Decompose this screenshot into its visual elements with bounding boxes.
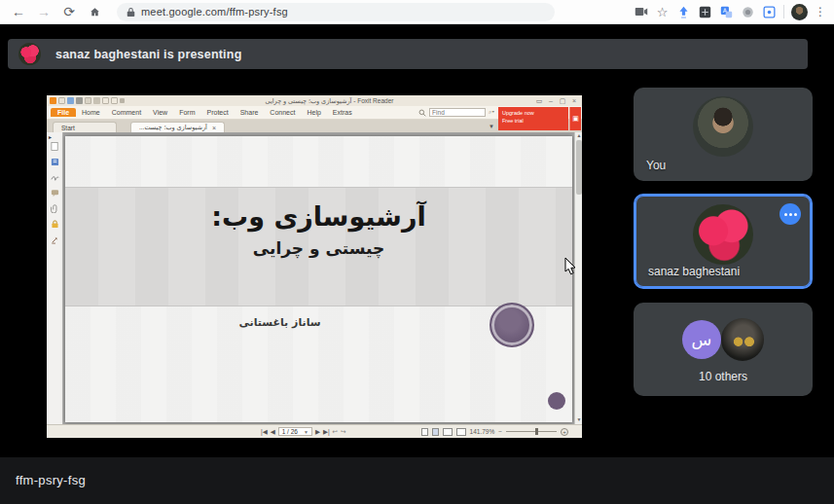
participant-tile-presenter[interactable]: sanaz baghestani [634, 194, 813, 289]
signature-panel-icon[interactable] [51, 173, 59, 182]
home-icon[interactable] [84, 2, 105, 21]
comments-panel-icon[interactable] [51, 189, 59, 198]
zoom-slider[interactable] [506, 431, 557, 432]
email-icon[interactable] [85, 97, 91, 104]
foxit-menubar: File Home Comment View Form Protect Shar… [47, 106, 582, 120]
menu-share[interactable]: Share [235, 109, 265, 116]
participant-tile-you[interactable]: You [634, 88, 813, 181]
open-icon[interactable] [58, 97, 65, 104]
lock-icon [127, 7, 135, 18]
presenter-avatar [18, 43, 41, 65]
find-input[interactable] [429, 108, 486, 117]
security-panel-icon[interactable] [51, 220, 59, 229]
pages-panel-icon[interactable] [51, 142, 59, 151]
menu-extras[interactable]: Extras [327, 109, 358, 116]
extension-arrow-icon[interactable] [676, 5, 691, 19]
zoom-in-icon[interactable]: + [561, 428, 568, 436]
slide-title: آرشیوسازی وب: [211, 201, 425, 232]
search-icon [418, 109, 426, 117]
next-view-icon[interactable]: ↪ [341, 428, 345, 436]
zoom-slider-knob[interactable] [535, 428, 538, 435]
extension-box-icon[interactable] [762, 5, 777, 19]
foxit-close-icon[interactable]: × [569, 97, 579, 104]
menu-comment[interactable]: Comment [106, 109, 147, 116]
scrollbar-thumb[interactable] [576, 140, 582, 195]
tab-document[interactable]: آرشیوسازی وب؛ چیست... × [130, 122, 225, 132]
participant-name: You [646, 159, 666, 172]
scroll-up-icon[interactable]: ▲ [575, 132, 582, 140]
avatar-letter: س [682, 320, 721, 359]
bookmarks-panel-icon[interactable] [51, 158, 59, 166]
menu-file[interactable]: File [51, 108, 76, 117]
menu-view[interactable]: View [147, 109, 173, 116]
browser-menu-icon[interactable]: ⋮ [815, 2, 826, 21]
browser-profile-avatar[interactable] [791, 4, 808, 20]
translate-icon[interactable]: A [719, 5, 734, 19]
menu-protect[interactable]: Protect [200, 109, 234, 116]
foxit-restore-icon[interactable]: ▭ [534, 97, 544, 105]
promo-gift-icon[interactable]: ▣ [569, 107, 581, 130]
page-number-text: 1 / 26 [282, 428, 298, 435]
zoom-out-icon[interactable]: − [498, 428, 502, 435]
undo-icon[interactable] [102, 97, 109, 104]
foxit-minimize-icon[interactable]: – [546, 97, 556, 104]
reload-icon[interactable]: ⟳ [58, 2, 80, 21]
extension-dark-icon[interactable] [698, 5, 712, 19]
snapshot-icon[interactable] [93, 97, 100, 104]
stamps-panel-icon[interactable] [51, 235, 59, 244]
find-options-icon[interactable]: ⌕▾ [489, 109, 494, 116]
zoom-controls: 141.79% − + [421, 428, 568, 436]
tab-document-label: آرشیوسازی وب؛ چیست... [139, 124, 207, 131]
tab-start[interactable]: Start [53, 122, 117, 132]
slide-author: ساناز باغستانی [65, 316, 494, 329]
facing-view-icon[interactable] [443, 428, 453, 436]
redo-icon[interactable] [111, 97, 118, 104]
tab-start-label: Start [61, 125, 75, 131]
foxit-statusbar: |◀ ◀ 1 / 26 ▼ ▶ ▶| ↩ ↪ 141.79% − [47, 424, 582, 438]
foxit-promo-button[interactable]: Upgrade now Free trial [498, 107, 568, 130]
single-page-view-icon[interactable] [421, 428, 428, 436]
foxit-maximize-icon[interactable]: ▢ [558, 97, 567, 105]
last-page-icon[interactable]: ▶| [323, 428, 330, 436]
bookmark-star-icon[interactable]: ☆ [655, 5, 670, 19]
continuous-view-icon[interactable] [432, 428, 439, 436]
you-avatar [693, 96, 753, 157]
foxit-window-title: آرشیوسازی وب؛ چیستی و چرایی - Foxit Read… [127, 97, 532, 105]
shared-screen-foxit-reader: آرشیوسازی وب؛ چیستی و چرایی - Foxit Read… [47, 95, 582, 438]
browser-extensions: ☆ A ⋮ [634, 2, 826, 21]
tab-list-dropdown-icon[interactable]: ▼ [489, 124, 494, 129]
first-page-icon[interactable]: |◀ [261, 428, 268, 436]
camera-in-use-icon[interactable] [634, 5, 648, 19]
menu-help[interactable]: Help [301, 109, 326, 116]
forward-icon[interactable]: → [33, 2, 54, 21]
page-number-box[interactable]: 1 / 26 ▼ [278, 427, 312, 436]
meet-bottom-bar: ffm-psry-fsg [0, 457, 834, 504]
menu-form[interactable]: Form [173, 109, 200, 116]
tab-close-icon[interactable]: × [212, 125, 216, 131]
prev-view-icon[interactable]: ↩ [333, 428, 338, 436]
menu-home[interactable]: Home [76, 109, 106, 116]
next-page-icon[interactable]: ▶ [315, 428, 320, 436]
mouse-cursor [564, 257, 578, 276]
participant-tile-others[interactable]: س 10 others [634, 303, 813, 396]
menu-connect[interactable]: Connect [264, 109, 301, 116]
continuous-facing-view-icon[interactable] [456, 428, 466, 436]
prev-page-icon[interactable]: ◀ [271, 428, 275, 436]
avatar-photo [721, 318, 764, 361]
back-icon[interactable]: ← [8, 2, 29, 21]
foxit-titlebar: آرشیوسازی وب؛ چیستی و چرایی - Foxit Read… [47, 95, 582, 106]
print-icon[interactable] [76, 97, 83, 104]
address-bar[interactable]: meet.google.com/ffm-psry-fsg [117, 3, 555, 21]
find-area: ⌕▾ [418, 108, 494, 117]
save-icon[interactable] [67, 97, 74, 104]
page-dropdown-icon[interactable]: ▼ [304, 429, 308, 435]
panel-collapse-icon[interactable]: ▸ [49, 133, 52, 140]
foxit-logo-icon[interactable] [50, 97, 56, 104]
customize-icon[interactable] [120, 98, 125, 103]
extension-circle-icon[interactable] [741, 5, 755, 19]
slide-title-band: آرشیوسازی وب: چیستی و چرایی [65, 187, 572, 306]
attachments-panel-icon[interactable] [51, 204, 59, 213]
scroll-down-icon[interactable]: ▼ [575, 416, 582, 424]
tile-more-options-icon[interactable] [780, 203, 801, 225]
vertical-scrollbar[interactable]: ▲ ▼ [574, 132, 582, 424]
